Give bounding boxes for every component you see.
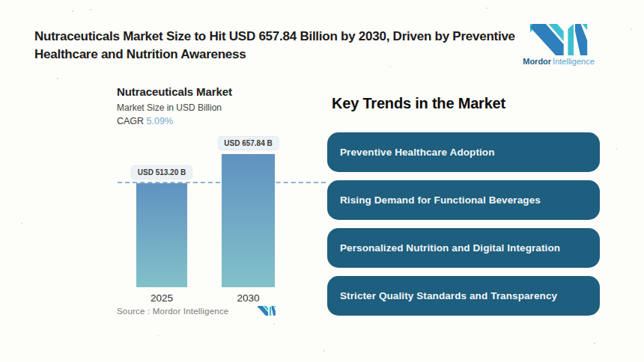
cagr-label: CAGR	[117, 116, 144, 126]
brand-name-light: Intelligence	[553, 57, 595, 66]
infographic-canvas: Nutraceuticals Market Size to Hit USD 65…	[0, 0, 644, 362]
trend-pill-quality-standards[interactable]: Stricter Quality Standards and Transpare…	[327, 276, 600, 316]
bar-2025	[136, 183, 187, 287]
chart-subtitle: Market Size in USD Billion	[117, 102, 232, 113]
trend-pill-label: Stricter Quality Standards and Transpare…	[340, 290, 557, 301]
source-row: Source : Mordor Intelligence	[117, 306, 276, 316]
trend-pill-label: Rising Demand for Functional Beverages	[340, 194, 541, 206]
page-title-line2: Healthcare and Nutrition Awareness	[34, 46, 535, 64]
page-title-line1: Nutraceuticals Market Size to Hit USD 65…	[34, 28, 535, 46]
page-title: Nutraceuticals Market Size to Hit USD 65…	[34, 28, 535, 64]
chart-cagr: CAGR 5.09%	[117, 116, 232, 126]
trend-pill-label: Personalized Nutrition and Digital Integ…	[340, 242, 560, 254]
value-label-2030: USD 657.84 B	[218, 137, 278, 150]
cagr-value: 5.09%	[147, 116, 173, 126]
bar-group-2025: USD 513.20 B 2025	[136, 135, 187, 287]
chart-header: Nutraceuticals Market Market Size in USD…	[117, 85, 232, 126]
bar-group-2030: USD 657.84 B 2030	[222, 135, 275, 287]
bar-2030	[222, 154, 275, 287]
paper-speckles	[0, 0, 1, 1]
brand-name-bold: Mordor	[523, 57, 551, 66]
trend-pill-preventive-healthcare[interactable]: Preventive Healthcare Adoption	[327, 132, 600, 172]
mordor-intelligence-mini-logo-icon	[258, 306, 276, 316]
brand-wordmark: MordorIntelligence	[523, 57, 595, 66]
x-tick-2030: 2030	[222, 292, 275, 304]
source-text: Source : Mordor Intelligence	[117, 307, 228, 316]
mordor-intelligence-logo-icon	[529, 24, 589, 55]
value-label-2025: USD 513.20 B	[132, 166, 192, 179]
brand-logo: MordorIntelligence	[523, 24, 595, 66]
trend-pill-personalized-nutrition[interactable]: Personalized Nutrition and Digital Integ…	[327, 228, 600, 268]
key-trends-heading: Key Trends in the Market	[332, 95, 600, 112]
chart-title: Nutraceuticals Market	[117, 85, 232, 98]
x-tick-2025: 2025	[136, 292, 187, 304]
bar-chart: USD 513.20 B 2025 USD 657.84 B 2030	[116, 135, 327, 287]
key-trends-panel: Key Trends in the Market Preventive Heal…	[327, 95, 600, 316]
trend-pill-stack: Preventive Healthcare Adoption Rising De…	[327, 132, 600, 316]
trend-pill-functional-beverages[interactable]: Rising Demand for Functional Beverages	[327, 180, 600, 220]
trend-pill-label: Preventive Healthcare Adoption	[340, 147, 495, 158]
